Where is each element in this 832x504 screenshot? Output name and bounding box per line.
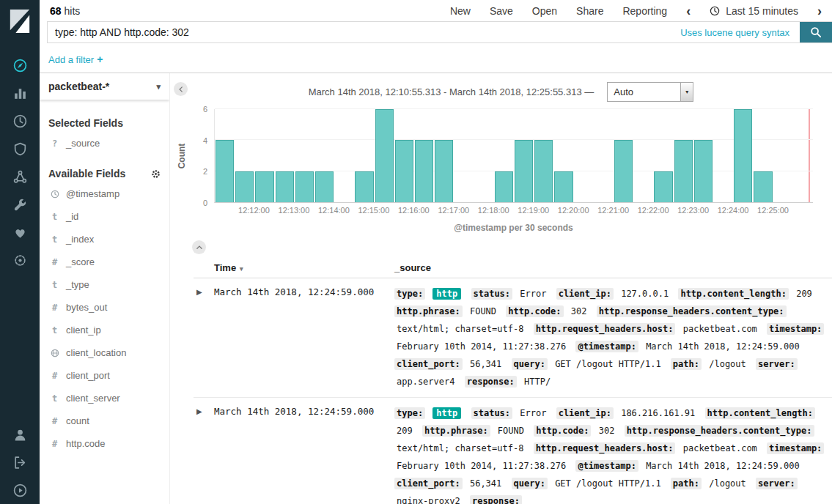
histogram-bar[interactable] [515, 140, 533, 202]
field-item-source[interactable]: ?_source [48, 132, 161, 155]
x-tick-label[interactable]: 12:19:00 [518, 206, 549, 215]
x-tick-label[interactable]: 12:21:00 [597, 206, 629, 215]
rail-item-visualize[interactable] [0, 79, 40, 107]
topnav: New Save Open Share Reporting ‹ Last 15 … [450, 4, 822, 18]
interval-value: Auto [608, 83, 680, 101]
histogram-bar[interactable] [614, 140, 633, 202]
histogram-bar[interactable] [315, 171, 334, 202]
x-tick-label[interactable]: 12:12:00 [238, 206, 270, 215]
rail-item-machine-learning[interactable] [0, 163, 40, 190]
rail-item-timelion[interactable] [0, 107, 40, 135]
topnav-item-new[interactable]: New [450, 5, 471, 17]
field-item-clientserver[interactable]: tclient_server [48, 387, 161, 410]
rail-item-dev-tools[interactable] [0, 190, 40, 218]
histogram-bar[interactable] [435, 140, 453, 202]
timepicker-button[interactable]: Last 15 minutes [710, 5, 798, 17]
x-tick-label[interactable]: 12:17:00 [438, 206, 469, 215]
kibana-logo[interactable] [0, 0, 40, 42]
topnav-item-save[interactable]: Save [490, 5, 513, 17]
time-column-header[interactable]: Time▾ [214, 262, 394, 273]
y-tick-label: 2 [203, 167, 207, 176]
histogram-bar[interactable] [734, 109, 752, 202]
histogram-bar[interactable] [395, 140, 413, 202]
kibana-discover-screen: 68hits New Save Open Share Reporting ‹ L… [0, 0, 832, 504]
filter-bar: Add a filter + [40, 43, 832, 73]
interval-select[interactable]: Auto ▾ [607, 82, 693, 102]
field-item-id[interactable]: t_id [48, 205, 161, 228]
x-tick-label[interactable]: 12:14:00 [318, 206, 350, 215]
time-forward-chevron-icon[interactable]: › [817, 4, 822, 18]
source-field-value: March 14th 2018, 12:24:59.000 [646, 341, 800, 352]
index-pattern-selector[interactable]: packetbeat-* ▾ [40, 73, 169, 100]
rail-item-discover[interactable] [0, 51, 40, 79]
rail-item-management[interactable] [0, 246, 40, 274]
table-row: ▶March 14th 2018, 12:24:59.000type: http… [194, 278, 832, 398]
histogram-bar[interactable] [235, 171, 254, 202]
rail-item-logout[interactable] [0, 448, 40, 476]
field-item-httpcode[interactable]: #http.code [48, 432, 161, 455]
field-item-clientip[interactable]: tclient_ip [48, 319, 161, 341]
histogram-bar[interactable] [495, 171, 513, 202]
source-field-name: client_port: [394, 478, 463, 489]
x-tick-label[interactable]: 12:22:00 [638, 206, 669, 215]
field-item-clientport[interactable]: #client_port [48, 364, 161, 387]
histogram-bar[interactable] [554, 171, 573, 202]
histogram-bar[interactable] [216, 140, 234, 202]
source-field-value: 56,341 [470, 478, 501, 489]
histogram-bar[interactable] [654, 171, 672, 202]
add-filter-button[interactable]: Add a filter + [48, 53, 103, 65]
rail-item-account[interactable] [0, 420, 40, 448]
x-tick-label[interactable]: 12:20:00 [558, 206, 589, 215]
time-back-chevron-icon[interactable]: ‹ [686, 4, 691, 18]
select-caret-icon: ▾ [680, 83, 693, 101]
histogram-bar[interactable] [674, 140, 693, 202]
field-settings-gear-icon[interactable] [151, 169, 161, 179]
rail-item-collapse-nav[interactable] [0, 476, 40, 504]
y-axis-title: Count [177, 144, 187, 169]
x-tick-label[interactable]: 12:25:00 [757, 206, 789, 215]
field-item-type[interactable]: t_type [48, 273, 161, 296]
field-item-clientlocation[interactable]: client_location [48, 341, 161, 364]
lucene-syntax-link[interactable]: Uses lucene query syntax [670, 22, 800, 42]
search-button[interactable] [800, 22, 832, 42]
histogram-bar[interactable] [694, 140, 713, 202]
expand-row-icon[interactable]: ▶ [194, 404, 214, 415]
field-item-count[interactable]: #count [48, 410, 161, 432]
x-tick-label[interactable]: 12:23:00 [677, 206, 709, 215]
field-item-timestamp[interactable]: @timestamp [48, 182, 161, 205]
histogram-bar[interactable] [415, 140, 433, 202]
field-item-index[interactable]: t_index [48, 228, 161, 251]
topnav-item-share[interactable]: Share [576, 5, 603, 17]
collapse-histogram-button[interactable] [192, 240, 206, 254]
rail-item-monitoring[interactable] [0, 218, 40, 246]
hits-label: hits [65, 5, 81, 17]
x-tick-label[interactable]: 12:18:00 [478, 206, 509, 215]
bar-chart-icon [12, 86, 28, 101]
clock-icon [710, 6, 720, 16]
source-field-name: @timestamp: [575, 341, 638, 352]
histogram-bar[interactable] [534, 140, 553, 202]
field-item-bytesout[interactable]: #bytes_out [48, 296, 161, 319]
histogram-bar[interactable] [375, 109, 394, 202]
topnav-item-open[interactable]: Open [532, 5, 557, 17]
field-item-score[interactable]: #_score [48, 251, 161, 273]
rail-item-apm[interactable] [0, 135, 40, 163]
histogram-bar[interactable] [355, 171, 373, 202]
string-field-icon: t [50, 280, 59, 290]
source-column-header: _source [394, 262, 431, 273]
query-input[interactable] [48, 22, 670, 42]
histogram-bar[interactable] [255, 171, 273, 202]
topnav-item-reporting[interactable]: Reporting [622, 5, 667, 17]
source-field-name: server: [756, 478, 798, 489]
histogram-bar[interactable] [754, 171, 772, 202]
histogram-bar[interactable] [276, 171, 294, 202]
x-tick-label[interactable]: 12:16:00 [398, 206, 430, 215]
expand-row-icon[interactable]: ▶ [194, 285, 214, 296]
collapse-sidebar-button[interactable] [174, 82, 188, 96]
x-tick-label[interactable]: 12:13:00 [279, 206, 310, 215]
source-field-name: http.code: [534, 425, 591, 437]
x-tick-label[interactable]: 12:24:00 [718, 206, 749, 215]
x-tick-label[interactable]: 12:15:00 [358, 206, 389, 215]
histogram-bar[interactable] [295, 171, 314, 202]
source-field-value: 127.0.0.1 [621, 289, 669, 299]
